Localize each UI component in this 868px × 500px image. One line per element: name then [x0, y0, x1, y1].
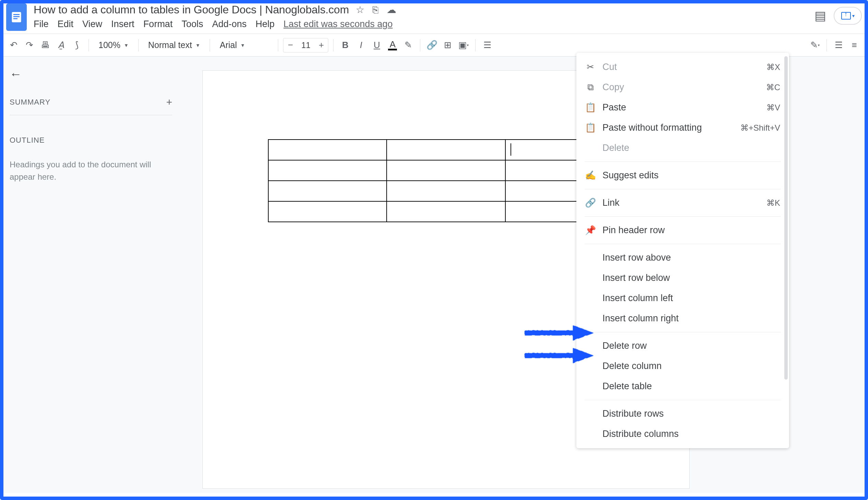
outline-placeholder: Headings you add to the document will ap…	[10, 158, 172, 183]
link-icon[interactable]: 🔗	[425, 38, 439, 52]
menu-edit[interactable]: Edit	[58, 19, 74, 30]
paste-plain-icon: 📋	[585, 123, 596, 133]
header: How to add a column to tables in Google …	[0, 0, 868, 31]
ctx-distribute-columns[interactable]: Distribute columns	[576, 424, 789, 444]
document-table[interactable]	[268, 139, 624, 222]
print-icon[interactable]: 🖶	[38, 38, 52, 52]
divider	[475, 39, 475, 52]
ctx-insert-col-left[interactable]: Insert column left	[576, 288, 789, 308]
divider	[278, 39, 278, 52]
menu-help[interactable]: Help	[256, 19, 275, 30]
style-value: Normal text	[148, 40, 192, 50]
table-row[interactable]	[268, 160, 624, 181]
increase-font-button[interactable]: +	[314, 38, 328, 52]
share-button[interactable]: ▾	[834, 7, 862, 25]
svg-rect-3	[13, 18, 18, 19]
highlight-icon[interactable]: ✎	[402, 38, 415, 52]
back-arrow-icon[interactable]: ←	[10, 67, 172, 81]
svg-rect-1	[13, 14, 20, 15]
ctx-insert-col-right[interactable]: Insert column right	[576, 308, 789, 329]
divider	[585, 244, 781, 244]
table-row[interactable]	[268, 181, 624, 201]
divider	[585, 161, 781, 162]
font-size-value[interactable]: 11	[297, 41, 314, 50]
zoom-value: 100%	[99, 40, 121, 50]
ctx-distribute-rows[interactable]: Distribute rows	[576, 404, 789, 424]
divider	[826, 39, 827, 52]
ctx-insert-row-above[interactable]: Insert row above	[576, 248, 789, 268]
paint-format-icon[interactable]: ⟆	[70, 38, 84, 52]
ctx-delete-row[interactable]: Delete row	[576, 336, 789, 356]
divider	[585, 189, 781, 189]
add-summary-button[interactable]: +	[166, 96, 172, 108]
ctx-paste-no-format[interactable]: 📋 Paste without formatting ⌘+Shift+V	[576, 118, 789, 138]
context-menu: ✂ Cut ⌘X ⧉ Copy ⌘C 📋 Paste ⌘V 📋 Paste wi…	[576, 53, 789, 448]
chevron-down-icon: ▾	[852, 13, 855, 19]
paste-icon: 📋	[585, 102, 596, 113]
ctx-delete-column[interactable]: Delete column	[576, 356, 789, 376]
menu-insert[interactable]: Insert	[111, 19, 135, 30]
chevron-down-icon: ▼	[124, 43, 129, 48]
svg-rect-2	[13, 16, 20, 17]
outline-sidebar: ← SUMMARY + OUTLINE Headings you add to …	[0, 57, 182, 493]
divider	[585, 332, 781, 332]
zoom-select[interactable]: 100% ▼	[94, 40, 134, 50]
bold-icon[interactable]: B	[338, 38, 352, 52]
ctx-suggest-edits[interactable]: ✍ Suggest edits	[576, 165, 789, 185]
divider	[333, 39, 334, 52]
last-edit-link[interactable]: Last edit was seconds ago	[283, 19, 393, 30]
menu-format[interactable]: Format	[144, 19, 173, 30]
chevron-down-icon: ▼	[240, 43, 245, 48]
divider	[138, 39, 139, 52]
move-icon[interactable]: ⎘	[373, 4, 379, 15]
cloud-status-icon[interactable]: ☁	[387, 4, 396, 15]
divider	[585, 216, 781, 217]
expand-icon[interactable]: ≡	[847, 38, 861, 52]
chevron-down-icon: ▼	[195, 43, 200, 48]
font-size-group: − 11 +	[283, 38, 328, 53]
text-color-icon[interactable]: A	[386, 38, 399, 52]
menu-tools[interactable]: Tools	[181, 19, 203, 30]
ctx-delete-table[interactable]: Delete table	[576, 376, 789, 396]
spellcheck-icon[interactable]: A̱	[54, 38, 68, 52]
menu-addons[interactable]: Add-ons	[212, 19, 247, 30]
svg-marker-7	[573, 348, 593, 363]
summary-heading: SUMMARY	[10, 98, 50, 107]
menu-file[interactable]: File	[34, 19, 49, 30]
undo-icon[interactable]: ↶	[7, 38, 21, 52]
star-icon[interactable]: ☆	[356, 4, 364, 15]
divider	[210, 39, 210, 52]
redo-icon[interactable]: ↷	[23, 38, 36, 52]
table-row[interactable]	[268, 201, 624, 222]
italic-icon[interactable]: I	[354, 38, 368, 52]
svg-marker-5	[573, 325, 593, 340]
docs-logo-icon[interactable]	[6, 3, 27, 31]
decrease-font-button[interactable]: −	[283, 38, 297, 52]
ctx-pin-header[interactable]: 📌 Pin header row	[576, 220, 789, 240]
pin-icon: 📌	[585, 225, 596, 236]
add-comment-icon[interactable]: ⊞	[441, 38, 454, 52]
scrollbar[interactable]	[784, 56, 788, 379]
ctx-paste[interactable]: 📋 Paste ⌘V	[576, 98, 789, 118]
table-row[interactable]	[268, 139, 624, 160]
ctx-link[interactable]: 🔗 Link ⌘K	[576, 193, 789, 213]
divider	[420, 39, 420, 52]
annotation-arrow-1	[523, 322, 595, 344]
menu-view[interactable]: View	[82, 19, 102, 30]
share-icon	[841, 12, 851, 20]
underline-icon[interactable]: U	[370, 38, 384, 52]
edit-mode-icon[interactable]: ✎▾	[808, 38, 822, 52]
ctx-insert-row-below[interactable]: Insert row below	[576, 268, 789, 288]
ctx-cut[interactable]: ✂ Cut ⌘X	[576, 57, 789, 77]
cut-icon: ✂	[585, 62, 596, 72]
align-icon[interactable]: ☰	[480, 38, 494, 52]
font-value: Arial	[219, 40, 237, 50]
ctx-copy[interactable]: ⧉ Copy ⌘C	[576, 77, 789, 98]
ctx-delete[interactable]: Delete	[576, 138, 789, 158]
font-select[interactable]: Arial ▼	[215, 40, 273, 50]
hide-menus-icon[interactable]: ☰	[832, 38, 845, 52]
document-title[interactable]: How to add a column to tables in Google …	[34, 3, 349, 16]
style-select[interactable]: Normal text ▼	[144, 40, 205, 50]
comments-icon[interactable]: ▤	[814, 9, 826, 23]
insert-image-icon[interactable]: ▣▾	[456, 38, 470, 52]
